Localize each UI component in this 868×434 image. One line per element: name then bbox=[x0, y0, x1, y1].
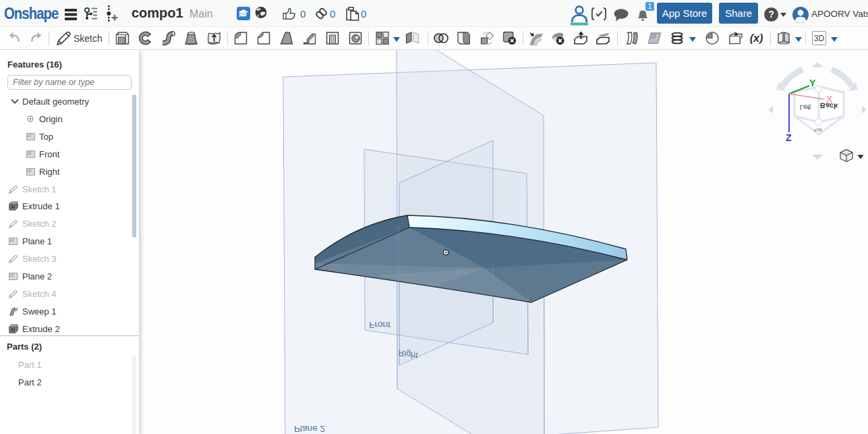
svg-text:X: X bbox=[826, 94, 833, 105]
svg-text:Left: Left bbox=[799, 103, 811, 111]
svg-text:Plane 2: Plane 2 bbox=[294, 424, 325, 434]
svg-text:Y: Y bbox=[809, 78, 816, 88]
svg-text:Front: Front bbox=[369, 320, 390, 330]
svg-text:Z: Z bbox=[786, 132, 792, 143]
svg-text:(x): (x) bbox=[750, 32, 763, 44]
